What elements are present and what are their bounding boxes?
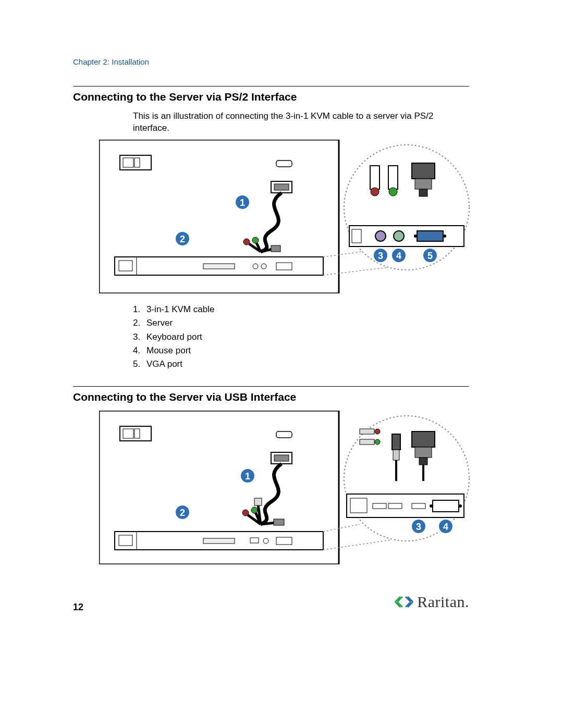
- svg-point-68: [375, 439, 380, 445]
- svg-rect-58: [203, 538, 235, 544]
- svg-text:1: 1: [245, 471, 250, 482]
- usb-diagram: 1 2 3 4: [99, 411, 490, 566]
- svg-point-81: [459, 504, 462, 508]
- svg-text:2: 2: [180, 508, 185, 518]
- svg-rect-3: [134, 158, 140, 167]
- ps2-legend-list: 1.3-in-1 KVM cable 2.Server 3.Keyboard p…: [133, 303, 490, 372]
- svg-rect-69: [392, 434, 400, 450]
- svg-point-17: [344, 145, 469, 270]
- svg-rect-2: [123, 158, 133, 167]
- svg-point-33: [443, 235, 446, 238]
- svg-rect-71: [412, 431, 435, 447]
- svg-rect-77: [388, 503, 402, 509]
- svg-rect-27: [349, 226, 464, 246]
- brand-icon: [394, 594, 414, 610]
- svg-point-52: [251, 507, 258, 513]
- svg-rect-24: [412, 163, 435, 179]
- svg-rect-22: [388, 166, 398, 189]
- svg-text:1: 1: [240, 198, 245, 208]
- callout-1b: 1: [240, 468, 255, 483]
- svg-point-60: [263, 538, 268, 544]
- svg-point-32: [414, 235, 417, 238]
- svg-point-30: [394, 231, 404, 241]
- svg-rect-47: [134, 429, 140, 438]
- svg-rect-50: [274, 455, 289, 461]
- svg-text:3: 3: [378, 251, 383, 261]
- svg-rect-25: [415, 179, 432, 189]
- svg-point-29: [375, 231, 386, 241]
- page-number: 12: [73, 602, 83, 613]
- svg-rect-4: [276, 161, 292, 167]
- callout-1: 1: [235, 195, 250, 209]
- svg-rect-59: [250, 538, 259, 543]
- svg-point-8: [252, 237, 259, 243]
- svg-rect-46: [123, 429, 133, 438]
- svg-rect-6: [274, 184, 289, 190]
- section-rule-2: [73, 386, 469, 387]
- svg-rect-73: [419, 458, 427, 465]
- svg-point-7: [243, 239, 250, 245]
- svg-point-14: [253, 264, 258, 269]
- svg-rect-61: [276, 537, 292, 545]
- brand-name: Raritan.: [417, 593, 469, 611]
- svg-rect-9: [271, 245, 280, 252]
- svg-rect-48: [276, 431, 292, 438]
- svg-text:5: 5: [427, 251, 433, 261]
- svg-text:4: 4: [396, 251, 401, 261]
- svg-rect-53: [254, 498, 262, 505]
- svg-rect-31: [417, 231, 443, 241]
- svg-rect-75: [350, 498, 367, 513]
- svg-point-15: [261, 264, 266, 269]
- ps2-diagram: 1 2 3 4 5: [99, 140, 490, 295]
- svg-point-23: [389, 188, 397, 196]
- svg-rect-26: [419, 189, 427, 196]
- callout-4b: 4: [438, 519, 453, 534]
- callout-3b: 3: [411, 519, 426, 534]
- chapter-label: Chapter 2: Installation: [73, 57, 490, 66]
- svg-text:3: 3: [416, 522, 421, 532]
- svg-rect-72: [415, 447, 432, 458]
- svg-point-66: [375, 429, 380, 434]
- callout-2b: 2: [175, 505, 190, 520]
- svg-rect-13: [203, 264, 235, 269]
- callout-5: 5: [423, 248, 437, 263]
- svg-rect-20: [370, 166, 380, 189]
- svg-rect-11: [119, 261, 132, 271]
- svg-rect-28: [352, 229, 361, 243]
- svg-rect-16: [276, 263, 292, 270]
- svg-text:2: 2: [180, 234, 185, 244]
- svg-rect-76: [373, 503, 386, 509]
- section-rule: [73, 86, 469, 87]
- svg-text:4: 4: [443, 522, 448, 532]
- svg-rect-65: [360, 429, 374, 434]
- section1-intro: This is an illustration of connecting th…: [133, 110, 451, 134]
- svg-point-21: [371, 188, 379, 196]
- svg-rect-70: [393, 450, 399, 460]
- callout-3: 3: [373, 248, 388, 263]
- svg-rect-78: [412, 503, 425, 509]
- svg-rect-56: [119, 535, 132, 546]
- callout-4: 4: [391, 248, 406, 263]
- svg-rect-54: [274, 519, 284, 525]
- svg-rect-67: [360, 439, 374, 445]
- brand-logo: Raritan.: [394, 593, 469, 611]
- callout-2: 2: [175, 231, 190, 246]
- section1-heading: Connecting to the Server via PS/2 Interf…: [73, 91, 490, 103]
- svg-rect-79: [433, 500, 459, 512]
- svg-point-51: [242, 510, 249, 516]
- svg-point-80: [430, 504, 433, 508]
- section2-heading: Connecting to the Server via USB Interfa…: [73, 391, 490, 403]
